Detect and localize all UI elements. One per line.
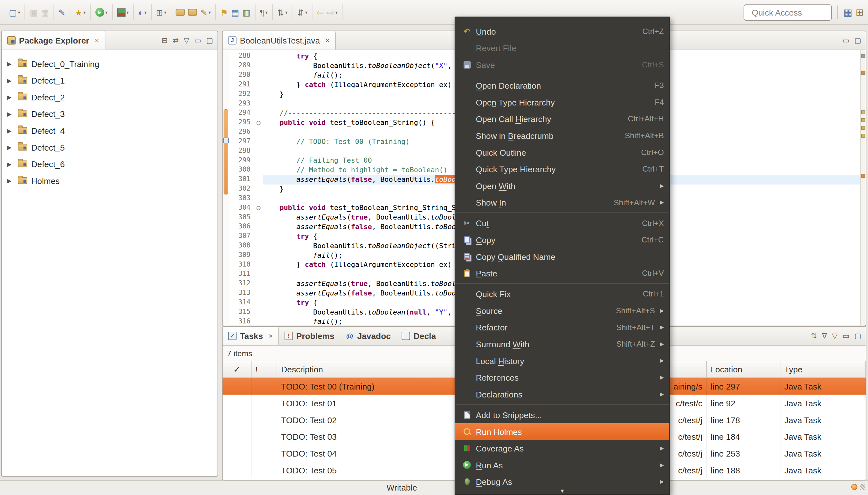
previous-annotation-button[interactable]: ⇵ <box>295 7 309 17</box>
menu-item-quick-outline[interactable]: Quick OutlineCtrl+O <box>455 144 670 161</box>
maximize-icon[interactable]: ▢ <box>854 36 861 45</box>
menu-item-quick-fix[interactable]: Quick FixCtrl+1 <box>455 285 670 302</box>
menu-item-paste[interactable]: PasteCtrl+V <box>455 264 670 281</box>
view-menu-icon[interactable]: ▽ <box>184 36 189 45</box>
collapse-all-icon[interactable]: ⊟ <box>162 36 168 45</box>
new-file-button[interactable]: ▢ <box>7 7 22 17</box>
coverage-button[interactable] <box>115 7 130 17</box>
edit-annotations-button[interactable]: ✎ <box>199 7 212 17</box>
menu-item-surround-with[interactable]: Surround WithShift+Alt+Z <box>455 336 670 352</box>
menu-item-show-in-breadcrumb[interactable]: Show in BreadcrumbShift+Alt+B <box>455 127 670 144</box>
tab-javadoc[interactable]: Javadoc <box>340 327 396 345</box>
open-resource-folder-button[interactable] <box>187 8 199 17</box>
overview-marker[interactable] <box>861 54 865 58</box>
tree-item-defect-1[interactable]: Defect_1 <box>2 72 217 89</box>
menu-item-source[interactable]: SourceShift+Alt+S <box>455 302 670 319</box>
menu-item-run-as[interactable]: Run As <box>455 457 670 473</box>
forward-history-button[interactable]: ⇨ <box>326 7 339 17</box>
menu-item-local-history[interactable]: Local History <box>455 352 670 369</box>
tree-item-defect-0-training[interactable]: Defect_0_Training <box>2 55 217 72</box>
menu-scroll-down-icon[interactable]: ▼ <box>455 488 670 494</box>
dropdown-arrow-icon[interactable] <box>83 10 85 15</box>
quick-access-box[interactable]: Quick Access <box>744 4 831 20</box>
new-java-element-button[interactable]: ⊞ <box>154 7 168 17</box>
run-button[interactable]: ▶ <box>94 7 109 18</box>
tree-item-defect-6[interactable]: Defect_6 <box>2 156 217 172</box>
overview-ruler[interactable] <box>860 50 866 326</box>
expand-arrow-icon[interactable] <box>7 177 14 184</box>
profile-button[interactable]: ◐ <box>136 7 148 17</box>
dropdown-arrow-icon[interactable] <box>285 10 287 15</box>
expand-arrow-icon[interactable] <box>7 161 14 167</box>
menu-item-copy[interactable]: CopyCtrl+C <box>455 231 670 248</box>
expand-arrow-icon[interactable] <box>7 94 14 100</box>
overview-marker[interactable] <box>861 110 865 114</box>
menu-item-revert-file[interactable]: Revert File <box>455 40 670 56</box>
menu-item-save[interactable]: SaveCtrl+S <box>455 56 670 73</box>
tree-item-defect-3[interactable]: Defect_3 <box>2 105 217 122</box>
tab-booleanutilstest-java[interactable]: BooleanUtilsTest.java × <box>222 31 336 50</box>
task-marker-icon[interactable] <box>223 138 229 143</box>
overview-marker[interactable] <box>861 126 865 130</box>
menu-item-open-type-hierarchy[interactable]: Open Type HierarchyF4 <box>455 94 670 110</box>
menu-item-cut[interactable]: CutCtrl+X <box>455 215 670 231</box>
dropdown-arrow-icon[interactable] <box>105 10 107 15</box>
expand-arrow-icon[interactable] <box>7 61 14 66</box>
close-view-icon[interactable]: × <box>95 36 99 45</box>
menu-item-undo[interactable]: UndoCtrl+Z <box>455 23 670 40</box>
dropdown-arrow-icon[interactable] <box>144 10 147 15</box>
search-flag-button[interactable]: ⚑ <box>219 7 230 17</box>
column-header-completed[interactable]: ✓ <box>222 361 251 377</box>
menu-item-open-call-hierarchy[interactable]: Open Call HierarchyCtrl+Alt+H <box>455 110 670 127</box>
menu-item-add-to-snippets[interactable]: Add to Snippets... <box>455 406 670 423</box>
dropdown-arrow-icon[interactable] <box>208 10 211 15</box>
menu-item-open-declaration[interactable]: Open DeclarationF3 <box>455 77 670 94</box>
tree-item-defect-4[interactable]: Defect_4 <box>2 122 217 139</box>
menu-item-references[interactable]: References <box>455 369 670 386</box>
minimize-icon[interactable]: ▭ <box>842 36 850 45</box>
tree-item-defect-2[interactable]: Defect_2 <box>2 89 217 105</box>
column-header-location[interactable]: Location <box>707 361 781 377</box>
tab-decla[interactable]: Decla <box>396 327 441 345</box>
minimize-icon[interactable]: ▭ <box>842 332 850 340</box>
save-button[interactable]: ▣ <box>28 7 39 17</box>
tree-item-defect-5[interactable]: Defect_5 <box>2 139 217 156</box>
show-whitespace-button[interactable]: ¶ <box>258 7 269 17</box>
maximize-icon[interactable]: ▢ <box>206 36 213 45</box>
maximize-icon[interactable]: ▢ <box>854 332 861 340</box>
filter-icon[interactable]: ∇ <box>822 332 827 340</box>
tab-tasks[interactable]: Tasks× <box>222 327 279 345</box>
menu-item-run-holmes[interactable]: Run Holmes <box>455 423 670 440</box>
menu-item-quick-type-hierarchy[interactable]: Quick Type HierarchyCtrl+T <box>455 160 670 177</box>
column-header-type[interactable]: Type <box>781 361 866 377</box>
overview-marker[interactable] <box>861 118 865 122</box>
tab-package-explorer[interactable]: Package Explorer × <box>2 31 105 50</box>
link-with-editor-icon[interactable]: ⇄ <box>173 36 179 45</box>
expand-arrow-icon[interactable] <box>7 77 14 83</box>
open-docs-button[interactable]: ▥ <box>241 7 252 17</box>
column-header-priority[interactable]: ! <box>251 361 277 377</box>
dropdown-arrow-icon[interactable] <box>266 10 268 15</box>
menu-item-open-with[interactable]: Open With <box>455 177 670 194</box>
back-history-button[interactable]: ⇦ <box>315 7 326 17</box>
dropdown-arrow-icon[interactable] <box>18 10 20 15</box>
dropdown-arrow-icon[interactable] <box>335 10 338 15</box>
close-tab-icon[interactable]: × <box>269 332 273 340</box>
pin-editor-button[interactable]: ✎ <box>56 7 67 17</box>
menu-item-refactor[interactable]: RefactorShift+Alt+T <box>455 319 670 336</box>
dropdown-arrow-icon[interactable] <box>305 10 307 15</box>
sync-icon[interactable]: ⇅ <box>811 332 817 340</box>
java-perspective-icon[interactable]: ▦ <box>843 6 852 18</box>
menu-item-show-in[interactable]: Show InShift+Alt+W <box>455 194 670 211</box>
annotation-ruler[interactable] <box>222 50 229 326</box>
menu-item-declarations[interactable]: Declarations <box>455 386 670 403</box>
dropdown-arrow-icon[interactable] <box>127 10 129 15</box>
save-all-button[interactable]: ▦ <box>39 7 51 17</box>
close-tab-icon[interactable]: × <box>326 36 330 45</box>
dropdown-arrow-icon[interactable] <box>164 10 166 15</box>
expand-arrow-icon[interactable] <box>7 144 14 150</box>
expand-arrow-icon[interactable] <box>7 127 14 134</box>
tab-problems[interactable]: Problems <box>279 327 340 345</box>
expand-arrow-icon[interactable] <box>7 110 14 117</box>
menu-item-coverage-as[interactable]: Coverage As <box>455 440 670 457</box>
